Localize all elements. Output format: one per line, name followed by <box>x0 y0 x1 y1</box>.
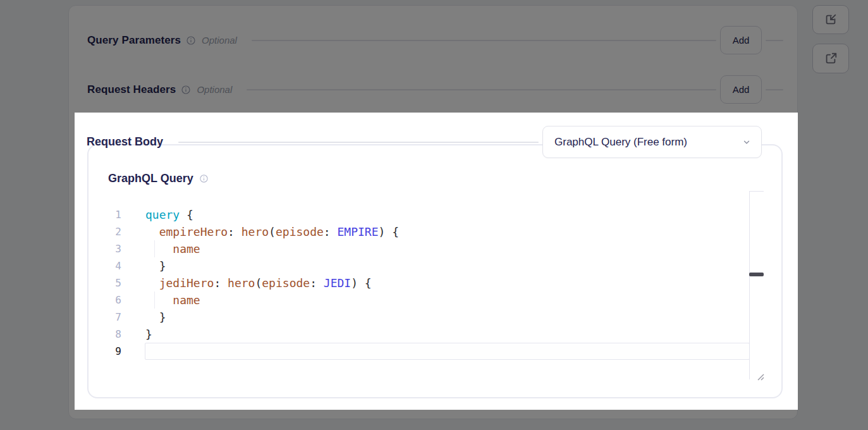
code-line-1: 1query { <box>89 206 781 223</box>
line-number: 3 <box>89 240 121 257</box>
line-number: 6 <box>89 292 121 309</box>
code-text: } <box>145 309 750 326</box>
line-number: 2 <box>89 223 121 240</box>
line-number: 4 <box>89 257 121 274</box>
code-text <box>145 343 750 360</box>
code-line-4: 4 } <box>89 257 781 274</box>
editor-edge-line <box>749 191 750 379</box>
code-text: name <box>145 292 750 309</box>
graphql-code-editor[interactable]: 1query {2 empireHero: hero(episode: EMPI… <box>89 206 781 360</box>
line-number: 9 <box>89 343 121 360</box>
code-line-5: 5 jediHero: hero(episode: JEDI) { <box>89 274 781 292</box>
code-text: query { <box>145 206 750 223</box>
line-number: 7 <box>89 309 121 326</box>
code-text: } <box>145 257 750 274</box>
code-text: } <box>145 326 750 343</box>
line-number: 8 <box>89 326 121 343</box>
code-line-9: 9 <box>89 343 781 360</box>
divider-line <box>178 142 539 143</box>
info-icon <box>199 174 209 183</box>
editor-edge-line <box>749 191 764 192</box>
body-type-selected-value: GraphQL Query (Free form) <box>554 136 742 149</box>
code-line-3: 3 name <box>89 240 781 257</box>
editor-resize-handle[interactable] <box>749 273 764 276</box>
indent-guide <box>154 292 155 309</box>
graphql-query-panel: GraphQL Query 1query {2 empireHero: hero… <box>87 144 783 398</box>
request-body-modal: Request Body GraphQL Query (Free form) G… <box>75 113 798 410</box>
body-type-select[interactable]: GraphQL Query (Free form) <box>542 126 762 158</box>
code-line-7: 7 } <box>89 309 781 326</box>
code-line-8: 8} <box>89 326 781 343</box>
chevron-down-icon <box>742 138 751 147</box>
graphql-query-label: GraphQL Query <box>108 172 193 185</box>
request-body-title: Request Body <box>87 135 163 149</box>
line-number: 5 <box>89 274 121 292</box>
line-number: 1 <box>89 206 121 223</box>
code-text: name <box>145 240 750 257</box>
code-text: empireHero: hero(episode: EMPIRE) { <box>145 223 750 240</box>
graphql-query-label-row: GraphQL Query <box>108 172 781 185</box>
code-text: jediHero: hero(episode: JEDI) { <box>145 274 750 292</box>
code-line-2: 2 empireHero: hero(episode: EMPIRE) { <box>89 223 781 240</box>
request-body-header: Request Body GraphQL Query (Free form) <box>87 126 762 158</box>
code-line-6: 6 name <box>89 292 781 309</box>
screen: Query Parameters Optional Add Request He… <box>0 0 868 430</box>
indent-guide <box>154 240 155 257</box>
textarea-resize-grip[interactable] <box>755 372 764 381</box>
